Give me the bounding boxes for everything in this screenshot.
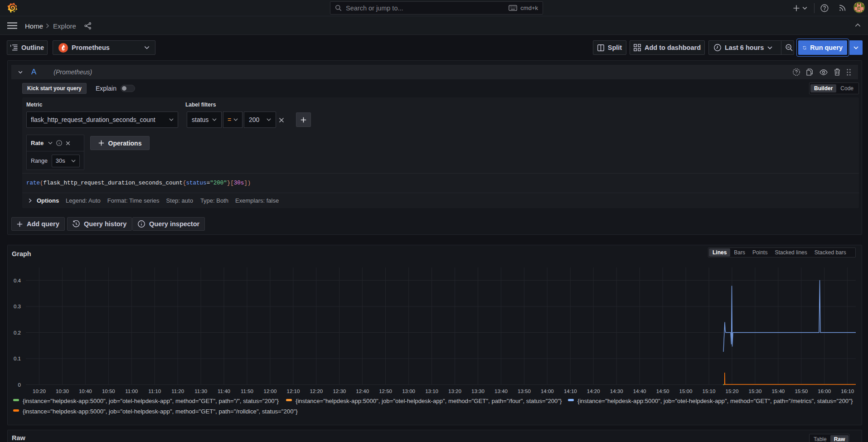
svg-text:13:40: 13:40: [495, 389, 508, 394]
svg-text:15:40: 15:40: [771, 389, 785, 394]
svg-text:14:00: 14:00: [541, 389, 554, 394]
svg-text:14:50: 14:50: [656, 389, 669, 394]
svg-text:16:00: 16:00: [818, 389, 831, 394]
svg-text:15:00: 15:00: [679, 389, 693, 394]
svg-text:11:10: 11:10: [148, 389, 161, 394]
svg-text:15:30: 15:30: [749, 389, 762, 394]
svg-text:0.1: 0.1: [14, 356, 21, 361]
svg-text:11:50: 11:50: [241, 389, 253, 394]
svg-text:12:00: 12:00: [264, 389, 277, 394]
svg-text:13:50: 13:50: [518, 389, 531, 394]
svg-text:11:30: 11:30: [194, 389, 207, 394]
svg-text:0: 0: [18, 382, 21, 388]
svg-text:12:20: 12:20: [310, 389, 323, 394]
svg-text:13:10: 13:10: [425, 389, 438, 394]
svg-text:14:20: 14:20: [587, 389, 600, 394]
svg-text:13:30: 13:30: [471, 389, 485, 394]
svg-text:0.2: 0.2: [14, 330, 21, 335]
svg-text:13:00: 13:00: [402, 389, 415, 394]
svg-text:12:50: 12:50: [379, 389, 392, 394]
svg-text:16:10: 16:10: [841, 389, 854, 394]
svg-text:0.3: 0.3: [14, 304, 21, 309]
svg-text:12:40: 12:40: [356, 389, 369, 394]
svg-text:15:50: 15:50: [795, 389, 808, 394]
svg-text:10:30: 10:30: [56, 389, 69, 394]
svg-text:14:10: 14:10: [564, 389, 577, 394]
svg-text:12:10: 12:10: [287, 389, 300, 394]
svg-text:10:40: 10:40: [79, 389, 92, 394]
svg-text:15:20: 15:20: [726, 389, 739, 394]
svg-text:10:20: 10:20: [33, 389, 46, 394]
svg-text:14:30: 14:30: [610, 389, 623, 394]
svg-text:11:20: 11:20: [171, 389, 184, 394]
svg-text:14:40: 14:40: [633, 389, 646, 394]
svg-text:0.4: 0.4: [14, 278, 21, 283]
svg-text:15:10: 15:10: [703, 389, 716, 394]
svg-text:11:40: 11:40: [218, 389, 230, 394]
svg-text:13:20: 13:20: [448, 389, 461, 394]
svg-text:12:30: 12:30: [333, 389, 346, 394]
svg-text:10:50: 10:50: [102, 389, 115, 394]
svg-text:11:00: 11:00: [125, 389, 138, 394]
